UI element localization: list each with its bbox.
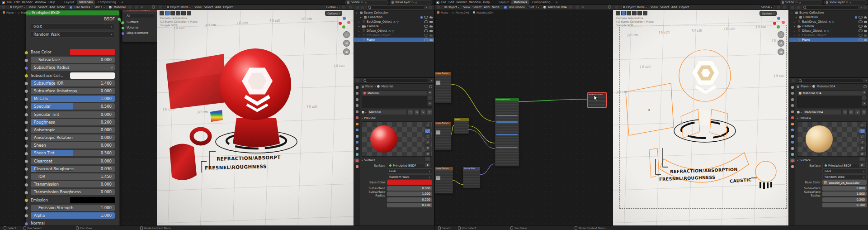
mode-select[interactable]: Object Mode▾ [621,5,648,9]
node-param-row[interactable]: Transmission Roughness Transmission Roug… [31,189,115,195]
displacement-input-row[interactable]: Displacement [123,30,157,36]
input-socket[interactable] [24,58,28,62]
preview-sphere-button[interactable]: ◯ [859,129,865,134]
unlink-icon[interactable]: × [855,109,860,115]
new-copy-icon[interactable] [575,5,579,9]
scene-selector[interactable]: Scene⧉× [345,0,388,5]
pin-icon[interactable] [608,5,611,9]
node-param-row[interactable]: Alpha Alpha 1.000 ▾ [31,212,115,219]
object-name[interactable]: Emission_Object [802,34,826,37]
pin-icon[interactable] [863,85,867,88]
outliner-display-mode-icon[interactable] [791,5,795,10]
menu-node[interactable]: Node [492,5,500,9]
radius-y-field[interactable]: 0.200 [387,197,432,202]
hide-eye-icon[interactable] [859,34,863,37]
outliner[interactable]: ▾ ▸ ▽ Scene Collection ⚙▽ ✓ [789,5,868,78]
surface-panel-header[interactable]: ▾Surface [797,158,867,162]
param-field[interactable]: Transmission Roughness 0.000 ▾ [31,189,115,195]
new-material-icon[interactable]: ⧉ [849,109,854,115]
node-param-row[interactable]: Roughness Roughness 0.200 ▾ [31,119,115,125]
close-icon[interactable]: × [415,1,417,4]
menu-view[interactable]: View [651,5,657,9]
menu-view[interactable]: View [194,5,201,9]
input-socket[interactable] [24,198,28,202]
target-select[interactable]: All [125,13,155,18]
pin-icon[interactable] [152,5,155,9]
object-name[interactable]: Collection [368,15,382,19]
preview-panel-header[interactable]: ▾Preview [797,116,867,120]
viewlayer-selector[interactable]: ViewLayer⧉× [824,0,867,5]
menu-render[interactable]: Render [22,0,32,4]
expand-icon[interactable]: ▸ [360,16,363,19]
material-output-node[interactable]: ▾Material Output All Surface Volume Disp… [122,7,157,42]
material-name[interactable]: Material.004 [548,5,567,9]
proportional-edit-icon[interactable] [348,5,352,9]
tab-add-workspace[interactable]: + [553,0,560,5]
outliner-row[interactable]: ▸ ▽ Scene Collection ⚙▽ ✓ [789,10,868,15]
input-socket[interactable] [24,159,28,163]
input-socket[interactable] [24,167,28,171]
browse-material-icon[interactable] [797,111,800,114]
fake-user-shield-icon[interactable]: ⛉ [408,109,413,115]
hide-eye-icon[interactable] [424,34,428,37]
displacement-socket[interactable] [121,32,125,35]
shader-editor[interactable]: Object▾ ViewSelectAddNode ✓Use Nodes Slo… [434,5,613,226]
disable-render-icon[interactable] [429,30,433,32]
menu-help[interactable]: Help [483,0,490,4]
material-slot-row[interactable]: Material.004 [797,91,866,96]
object-name[interactable]: BackDrop_Object [802,20,827,24]
node-param-row[interactable]: Anisotropic Anisotropic 0.000 ▾ [31,127,115,133]
outliner-row[interactable]: ▸ ▽ Collection ⚙▽ ✓ [789,15,868,19]
funnel-icon[interactable]: ▾ [426,6,427,9]
properties-tab[interactable] [790,122,795,126]
outliner-search-input[interactable] [802,5,859,10]
viewport-3d[interactable]: Object Mode▾ ViewSelectAddObject Global▾… [157,5,354,226]
base-color-texture-field[interactable]: Wood09_2K_BaseColor [822,180,867,185]
outliner-row[interactable]: ▸ ▽ Emission_Object ⚙▽ ✓ [354,33,434,38]
hide-eye-icon[interactable] [859,20,863,23]
input-socket[interactable] [24,214,28,218]
disable-render-icon[interactable] [864,39,867,41]
shader-type-select[interactable]: Object▾ [8,5,27,9]
slot-select[interactable]: Slot 1▾ [527,5,541,9]
preview-cube-button[interactable]: ▢ [859,134,865,139]
shading-mode-buttons[interactable] [616,11,647,15]
disable-render-icon[interactable] [429,21,433,23]
disable-render-icon[interactable] [864,34,867,37]
distribution-select[interactable]: GGX▾ [31,24,115,30]
node-graph[interactable]: Image Texture Image Texture Image Textur… [434,5,613,226]
properties-tab[interactable] [354,91,359,96]
tab-layout[interactable]: Layout [62,0,76,5]
material-slot-list[interactable]: Material + − ▾ [362,90,432,108]
disable-render-icon[interactable] [864,16,867,19]
tab-add-workspace[interactable]: + [119,0,126,5]
radius-x-field[interactable]: 1.000 [822,192,867,196]
unlink-icon[interactable]: × [141,5,143,9]
outliner-filter-icon[interactable] [361,5,365,10]
expand-icon[interactable]: ▸ [794,29,796,32]
properties-tab[interactable] [354,85,359,89]
slot-select[interactable]: Slot 1▾ [92,5,106,9]
chevron-down-icon[interactable]: ▾ [431,79,432,82]
outliner-row[interactable]: ▸ ▽ Collection ⚙▽ ✓ [354,15,434,19]
menu-select[interactable]: Select [472,5,481,9]
input-socket[interactable] [24,81,28,86]
close-icon[interactable]: × [364,1,367,4]
input-socket[interactable] [24,152,28,156]
properties-tab[interactable] [354,146,359,150]
node-param-row[interactable]: Emission Emission ▾ [31,197,115,203]
disable-render-icon[interactable] [864,25,867,28]
object-name[interactable]: Scene Collection [799,11,824,14]
param-field[interactable]: Anisotropic Rotation 0.000 ▾ [31,134,115,141]
browse-material-icon[interactable] [362,111,364,114]
input-socket[interactable] [24,66,28,70]
editor-type-icon[interactable] [159,5,163,9]
expand-icon[interactable]: ▸ [794,20,796,23]
radius-z-field[interactable]: 0.100 [387,203,432,207]
properties-tab[interactable] [354,140,359,144]
properties-tab[interactable] [790,153,795,157]
properties-tab[interactable] [790,110,795,114]
param-field[interactable]: Specular Tint 0.000 ▾ [31,111,115,118]
outliner-search-input[interactable] [366,5,425,10]
shield-icon[interactable] [128,5,132,9]
